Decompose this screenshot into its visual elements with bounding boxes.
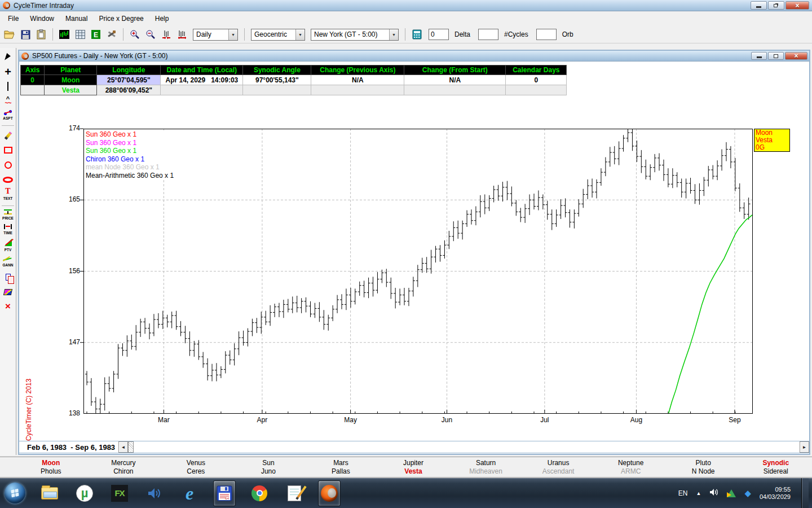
delta-input[interactable] [429,29,449,40]
menu-help[interactable]: Help [149,12,175,25]
copy-icon[interactable] [1,271,15,283]
planet-bottom-label[interactable]: ARMC [594,467,667,476]
notepad-icon[interactable] [283,480,306,506]
clock[interactable]: 09:55 04/03/2029 [760,486,791,501]
menu-manual[interactable]: Manual [60,12,93,25]
show-desktop-button[interactable] [801,478,809,508]
planet-top-label[interactable]: Venus [160,459,232,467]
zoom-in-button[interactable] [127,27,142,42]
planet-top-label[interactable]: Synodic [739,459,812,467]
ptv-icon[interactable]: PTV [1,239,15,253]
planet-top-label[interactable]: Sun [232,459,305,467]
text-icon[interactable]: TTEXT [1,188,15,202]
planet-column-saturn[interactable]: SaturnMidheaven [449,459,522,477]
volume-mixer-icon[interactable] [143,480,166,506]
planet-bottom-label[interactable]: Pholus [15,467,87,476]
utorrent-icon[interactable]: µ [73,480,96,506]
pointer-icon[interactable] [1,51,15,63]
planet-top-label[interactable]: Uranus [522,459,595,467]
menu-price-x-degree[interactable]: Price x Degree [93,12,149,25]
chrome-icon[interactable] [248,480,271,506]
chart-minimize-button[interactable] [751,52,767,60]
system-combobox[interactable]: Geocentric ▼ [251,29,305,41]
planet-top-label[interactable]: Mercury [87,459,160,467]
price-chart[interactable] [74,128,753,414]
planet-column-mercury[interactable]: MercuryChiron [87,459,160,477]
cycles-input[interactable] [478,29,498,40]
planet-column-synodic[interactable]: SynodicSidereal [739,459,812,477]
planet-column-neptune[interactable]: NeptuneARMC [594,459,667,477]
gann-icon[interactable]: GANN [1,256,15,269]
planet-top-label[interactable]: Neptune [594,459,667,467]
explorer-icon[interactable] [38,480,61,506]
tools-button[interactable] [104,27,119,42]
planet-bottom-label[interactable]: Chiron [87,467,160,476]
planet-column-uranus[interactable]: UranusAscendant [522,459,595,477]
internet-explorer-icon[interactable]: e [178,480,201,506]
menu-window[interactable]: Window [24,12,60,25]
paste-button[interactable] [34,27,48,42]
planet-top-label[interactable]: Pluto [667,459,740,467]
chart-maximize-button[interactable] [768,52,784,60]
chevron-down-icon[interactable]: ▼ [295,29,304,40]
cycletimer-taskbar-icon[interactable] [318,480,341,506]
planet-column-sun[interactable]: SunJuno [232,459,305,477]
tray-expand-icon[interactable]: ▲ [696,491,701,496]
restore-button[interactable] [768,1,784,10]
expand-bars-button[interactable] [175,27,189,42]
planet-bottom-label[interactable]: Vesta [377,467,450,476]
circle-icon[interactable] [1,159,15,171]
zoom-out-button[interactable] [143,27,158,42]
planet-column-mars[interactable]: MarsPallas [304,459,377,477]
planet-bottom-label[interactable]: Pallas [304,467,377,476]
scroll-right-button[interactable]: ► [800,441,809,453]
ephemeris-button[interactable]: E [89,27,103,42]
floppy64-icon[interactable]: 64 [213,480,236,506]
price-icon[interactable]: PRICE [1,209,15,222]
start-button[interactable] [3,480,26,506]
language-indicator[interactable]: EN [678,489,688,497]
pencil-icon[interactable] [1,129,15,142]
book-icon[interactable] [1,286,15,298]
planet-bottom-label[interactable]: Juno [232,467,305,476]
open-button[interactable] [2,27,17,42]
dropbox-icon[interactable]: ◆ [744,488,751,498]
aspect-icon[interactable]: ASPT [1,110,15,122]
timezone-combobox[interactable]: New York (GT - 5:00) ▼ [311,29,399,41]
tray-volume-icon[interactable] [709,488,718,498]
time-icon[interactable]: TIME [1,224,15,237]
crosshair-icon[interactable]: + [1,65,15,78]
scroll-left-button[interactable]: ◄ [118,441,128,453]
planet-top-label[interactable]: Saturn [449,459,522,467]
fx-trading-icon[interactable]: FX [108,480,131,506]
delete-icon[interactable]: × [1,300,15,313]
grid-view-button[interactable] [73,27,87,42]
vline-icon[interactable] [1,80,15,93]
planet-column-moon[interactable]: MoonPholus [15,459,87,477]
calculator-icon[interactable] [409,27,424,42]
scrollbar-track[interactable] [134,441,800,453]
menu-file[interactable]: File [2,12,24,25]
rectangle-icon[interactable] [1,144,15,156]
ellipse-icon[interactable] [1,173,15,186]
planet-column-pluto[interactable]: PlutoN Node [667,459,740,477]
chart-view-button[interactable] [57,27,72,42]
planet-bottom-label[interactable]: Ceres [160,467,232,476]
planet-top-label[interactable]: Jupiter [377,459,450,467]
chart-close-button[interactable]: × [785,52,807,60]
planet-bottom-label[interactable]: Midheaven [449,467,522,476]
close-button[interactable]: × [785,1,809,10]
chevron-down-icon[interactable]: ▼ [228,29,237,40]
planet-bottom-label[interactable]: Ascendant [522,467,595,476]
compress-bars-button[interactable] [159,27,174,42]
wave-icon[interactable]: ^~~ [1,95,15,107]
planet-column-jupiter[interactable]: JupiterVesta [377,459,450,477]
minimize-button[interactable] [751,1,767,10]
save-button[interactable] [18,27,33,42]
chevron-down-icon[interactable]: ▼ [389,29,398,40]
planet-top-label[interactable]: Mars [304,459,377,467]
scrollbar-thumb[interactable] [128,441,134,453]
planet-column-venus[interactable]: VenusCeres [160,459,232,477]
planet-top-label[interactable]: Moon [15,459,87,467]
planet-bottom-label[interactable]: Sidereal [739,467,812,476]
